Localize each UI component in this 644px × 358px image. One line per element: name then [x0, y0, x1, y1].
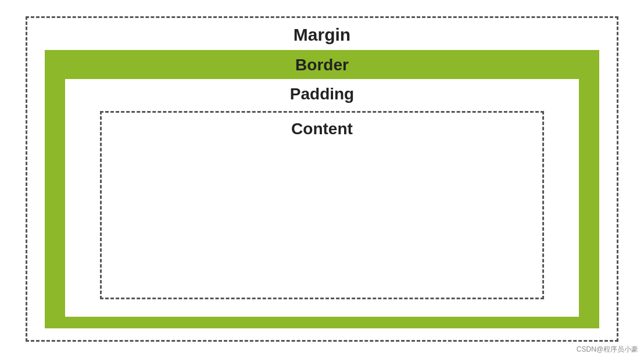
margin-label: Margin [294, 25, 350, 45]
padding-box: Padding Content [65, 79, 579, 317]
border-label: Border [295, 56, 349, 74]
margin-box: Margin Border Padding Content [26, 16, 618, 342]
padding-label: Padding [290, 85, 354, 103]
border-box: Border Padding Content [45, 50, 599, 328]
page-wrapper: Margin Border Padding Content CSDN@程序员小豪 [0, 0, 644, 358]
content-label: Content [291, 120, 353, 138]
watermark: CSDN@程序员小豪 [577, 345, 638, 355]
content-box: Content [100, 111, 544, 299]
